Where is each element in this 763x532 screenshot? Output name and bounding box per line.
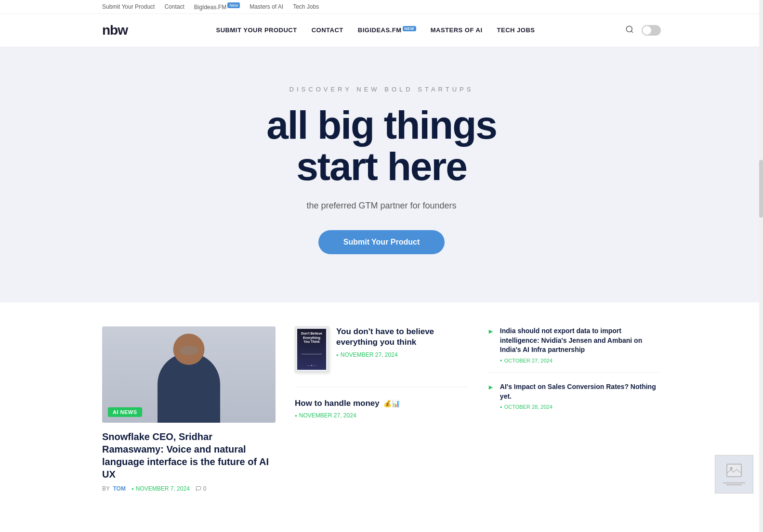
image-placeholder-icon <box>726 464 742 477</box>
news-bullet-1: ► <box>487 327 494 363</box>
article-comments: 0 <box>196 485 207 492</box>
money-emoji: 💰📊 <box>383 400 400 407</box>
news-date-2: OCTOBER 28, 2024 <box>500 404 661 410</box>
hero-description: the preferred GTM partner for founders <box>10 201 753 211</box>
topbar: Submit Your Product Contact BigIdeas.FMN… <box>0 0 763 14</box>
money-article: How to handle money 💰📊 NOVEMBER 27, 2024 <box>295 387 468 419</box>
nav-bigideas[interactable]: BIGIDEAS.FMNEW <box>358 26 416 34</box>
news-item-1: ► India should not export data to import… <box>487 326 661 373</box>
hero-section: DISCOVERY NEW BOLD STARTUPS all big thin… <box>0 47 763 302</box>
dark-mode-toggle[interactable] <box>642 25 661 36</box>
money-article-date: NOVEMBER 27, 2024 <box>295 412 468 419</box>
book-article-content: You don't have to believe everything you… <box>336 326 468 358</box>
hero-subtitle: DISCOVERY NEW BOLD STARTUPS <box>10 86 753 93</box>
float-widget[interactable] <box>715 455 753 492</box>
book-cover-divider <box>302 354 322 354</box>
float-widget-line2 <box>726 484 741 485</box>
search-button[interactable] <box>623 23 636 38</box>
book-article-title: You don't have to believe everything you… <box>336 326 468 348</box>
svg-point-0 <box>626 26 632 32</box>
nav-masters[interactable]: MASTERS OF AI <box>431 26 483 34</box>
news-content-1: India should not export data to import i… <box>500 326 661 363</box>
topbar-submit-link[interactable]: Submit Your Product <box>102 3 155 10</box>
article-author: TOM <box>113 485 125 492</box>
hero-cta-button[interactable]: Submit Your Product <box>318 230 445 254</box>
comment-icon <box>196 486 201 492</box>
main-article-title: Snowflake CEO, Sridhar Ramaswamy: Voice … <box>102 430 276 480</box>
news-title-1: India should not export data to import i… <box>500 326 661 355</box>
book-cover-title: Don't Believe Everything You Think <box>301 332 322 344</box>
content-section: AI NEWS Snowflake CEO, Sridhar Ramaswamy… <box>92 302 671 492</box>
svg-rect-2 <box>727 464 741 477</box>
article-image: AI NEWS <box>102 326 276 423</box>
nav-new-badge: NEW <box>403 26 416 31</box>
main-article: AI NEWS Snowflake CEO, Sridhar Ramaswamy… <box>102 326 276 492</box>
logo[interactable]: nbw <box>102 23 128 38</box>
money-article-title: How to handle money 💰📊 <box>295 399 468 408</box>
article-author-label: BY TOM <box>102 485 126 492</box>
nav-contact[interactable]: CONTACT <box>312 26 343 34</box>
news-content-2: AI's Impact on Sales Conversion Rates? N… <box>500 382 661 410</box>
float-widget-line1 <box>723 482 746 483</box>
header-icons <box>623 23 661 38</box>
middle-column: Don't Believe Everything You Think ― ● ―… <box>295 326 468 492</box>
ai-news-badge: AI NEWS <box>108 407 142 417</box>
header: nbw SUBMIT YOUR PRODUCT CONTACT BIGIDEAS… <box>0 14 763 47</box>
main-nav: SUBMIT YOUR PRODUCT CONTACT BIGIDEAS.FMN… <box>216 26 535 34</box>
article-date: NOVEMBER 7, 2024 <box>132 485 190 492</box>
new-badge: New <box>227 2 240 8</box>
svg-line-1 <box>631 31 632 32</box>
topbar-masters-link[interactable]: Masters of AI <box>250 3 283 10</box>
book-cover-image: Don't Believe Everything You Think ― ● ― <box>295 326 329 372</box>
nav-submit[interactable]: SUBMIT YOUR PRODUCT <box>216 26 297 34</box>
book-article: Don't Believe Everything You Think ― ● ―… <box>295 326 468 372</box>
topbar-contact-link[interactable]: Contact <box>164 3 184 10</box>
article-meta: BY TOM NOVEMBER 7, 2024 0 <box>102 485 276 492</box>
topbar-bigideas-link[interactable]: BigIdeas.FMNew <box>194 3 240 11</box>
nav-techjobs[interactable]: TECH JOBS <box>497 26 535 34</box>
news-title-2: AI's Impact on Sales Conversion Rates? N… <box>500 382 661 401</box>
scrollbar-thumb[interactable] <box>759 160 763 218</box>
news-item-2: ► AI's Impact on Sales Conversion Rates?… <box>487 382 661 418</box>
right-column: ► India should not export data to import… <box>487 326 661 492</box>
float-widget-image-icon <box>726 464 742 480</box>
news-bullet-2: ► <box>487 383 494 410</box>
search-icon <box>625 25 634 34</box>
scrollbar-track <box>759 0 763 492</box>
svg-point-3 <box>730 467 733 470</box>
news-date-1: OCTOBER 27, 2024 <box>500 358 661 363</box>
topbar-techjobs-link[interactable]: Tech Jobs <box>293 3 319 10</box>
book-article-date: NOVEMBER 27, 2024 <box>336 351 468 358</box>
hero-title: all big things start here <box>10 104 753 187</box>
